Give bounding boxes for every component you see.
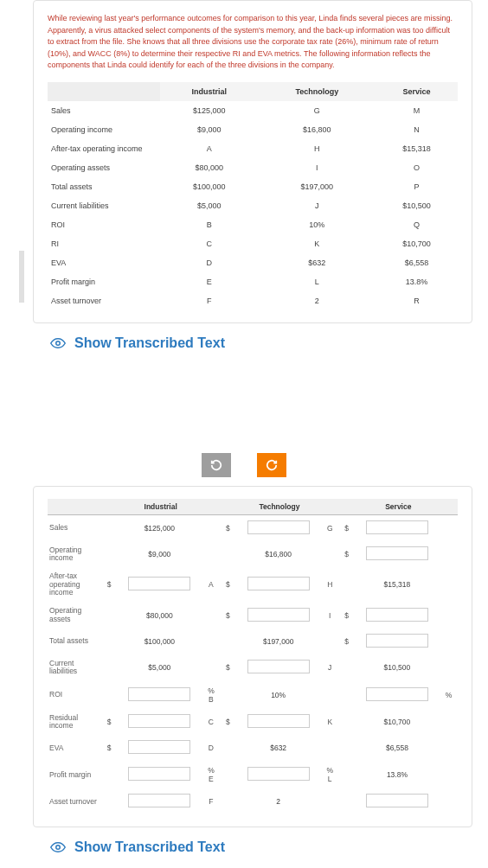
answer-input[interactable]	[128, 794, 190, 807]
answer-input[interactable]	[366, 520, 428, 534]
static-value: $5,000	[148, 663, 170, 672]
cell-serv: R	[376, 291, 458, 310]
currency-symbol: $	[343, 524, 351, 533]
nav-buttons	[0, 453, 488, 477]
th-industrial: Industrial	[160, 82, 259, 101]
svg-point-0	[56, 341, 61, 345]
cell-tech: 10%	[259, 215, 376, 234]
answer-input[interactable]	[128, 687, 190, 701]
th2-industrial: Industrial	[101, 499, 220, 515]
reload-back-icon	[210, 459, 222, 471]
row-label: Profit margin	[48, 761, 101, 788]
row-label: Total assets	[48, 177, 160, 196]
answer-input[interactable]	[366, 794, 428, 807]
answer-input[interactable]	[247, 767, 310, 781]
row-label: Current liabilities	[48, 654, 101, 681]
answer-input[interactable]	[128, 767, 190, 781]
currency-symbol: $	[343, 611, 351, 620]
answer-input[interactable]	[247, 577, 310, 590]
show-transcribed-link-1[interactable]: Show Transcribed Text	[50, 335, 488, 351]
static-value: $6,558	[386, 744, 408, 752]
cell-ind: F	[160, 291, 259, 310]
row-label: Sales	[48, 101, 160, 120]
th2-technology: Technology	[220, 499, 338, 515]
row-label: Operating income	[48, 541, 101, 568]
answer-input[interactable]	[128, 740, 190, 754]
next-button[interactable]	[257, 453, 286, 477]
row-label: EVA	[48, 253, 160, 272]
static-value: 2	[276, 797, 280, 806]
row-label: After-tax operating income	[48, 567, 101, 602]
static-value: $16,800	[265, 550, 292, 558]
th2-service: Service	[339, 499, 458, 515]
cell-serv: $10,700	[376, 234, 458, 253]
prev-button[interactable]	[202, 453, 231, 477]
answer-input[interactable]	[247, 660, 310, 673]
show-transcribed-label: Show Transcribed Text	[74, 839, 225, 855]
th-blank	[48, 82, 160, 101]
variable-letter: K	[324, 718, 335, 726]
answer-input[interactable]	[366, 546, 428, 560]
cell-serv: M	[376, 101, 458, 120]
cell-tech: $632	[259, 253, 376, 272]
currency-symbol: $	[105, 744, 113, 752]
cell-serv: $6,558	[376, 253, 458, 272]
cell-tech: K	[259, 234, 376, 253]
answer-input[interactable]	[366, 634, 428, 648]
row-label: Total assets	[48, 629, 101, 654]
answer-input[interactable]	[366, 608, 428, 622]
cell-tech: I	[259, 158, 376, 177]
answer-input[interactable]	[366, 687, 428, 701]
cell-ind: D	[160, 253, 259, 272]
cell-ind: C	[160, 234, 259, 253]
cell-ind: B	[160, 215, 259, 234]
cell-ind: A	[160, 139, 259, 158]
scroll-hint-bar	[19, 251, 24, 303]
answer-input[interactable]	[128, 714, 190, 728]
cell-serv: 13.8%	[376, 272, 458, 291]
row-label: Asset turnover	[48, 291, 160, 310]
static-value: $9,000	[148, 550, 170, 558]
show-transcribed-label: Show Transcribed Text	[74, 335, 225, 351]
row-label: After-tax operating income	[48, 139, 160, 158]
row-label: Current liabilities	[48, 196, 160, 215]
cell-ind: $100,000	[160, 177, 259, 196]
th-technology: Technology	[259, 82, 376, 101]
show-transcribed-link-2[interactable]: Show Transcribed Text	[50, 839, 488, 855]
row-label: ROI	[48, 681, 101, 709]
row-label: Operating assets	[48, 602, 101, 629]
static-value: 10%	[271, 691, 286, 699]
variable-letter: D	[206, 744, 216, 752]
reload-forward-icon	[266, 459, 278, 471]
static-value: $10,500	[384, 663, 411, 672]
currency-symbol: $	[105, 718, 113, 726]
answer-input[interactable]	[247, 714, 310, 728]
answer-input[interactable]	[128, 577, 190, 590]
answer-table: Industrial Technology Service Sales $125…	[48, 499, 458, 815]
static-value: $632	[270, 744, 286, 752]
variable-letter: I	[324, 611, 335, 620]
variable-letter: % E	[206, 766, 216, 783]
row-label: RI	[48, 234, 160, 253]
variable-letter: %	[444, 691, 454, 699]
currency-symbol: $	[343, 550, 351, 558]
problem-card: While reviewing last year's performance …	[33, 0, 472, 323]
cell-tech: 2	[259, 291, 376, 310]
row-label: ROI	[48, 215, 160, 234]
currency-symbol: $	[223, 580, 232, 589]
row-label: Asset turnover	[48, 788, 101, 814]
row-label: Operating assets	[48, 158, 160, 177]
row-label: Sales	[48, 514, 101, 541]
variable-letter: % B	[206, 686, 216, 704]
cell-tech: J	[259, 196, 376, 215]
row-label: EVA	[48, 735, 101, 761]
static-value: $10,700	[384, 718, 411, 726]
static-value: 13.8%	[387, 770, 408, 779]
static-value: $15,318	[384, 580, 411, 589]
currency-symbol: $	[105, 580, 113, 589]
answer-input[interactable]	[247, 520, 310, 534]
row-label: Residual income	[48, 709, 101, 736]
answer-input[interactable]	[247, 608, 310, 622]
cell-ind: $5,000	[160, 196, 259, 215]
intro-text: While reviewing last year's performance …	[48, 13, 458, 72]
